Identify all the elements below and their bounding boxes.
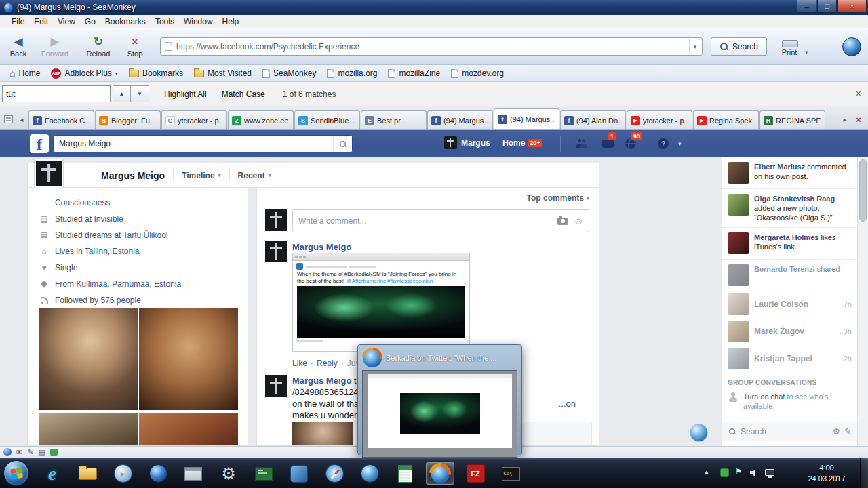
addressbook-icon[interactable]: ▤ xyxy=(38,449,45,456)
taskbar-app-window[interactable] xyxy=(179,462,208,485)
stop-button[interactable]: × Stop xyxy=(117,30,153,64)
tab-blogger[interactable]: BBlogger: Fu... xyxy=(95,110,161,129)
post-author-link[interactable]: Margus Meigo xyxy=(292,242,351,252)
profile-name[interactable]: Margus Meigo xyxy=(101,170,165,181)
taskbar-filezilla[interactable]: FZ xyxy=(461,462,490,485)
taskbar-seamonkey[interactable] xyxy=(144,462,172,485)
navigator-icon[interactable] xyxy=(3,448,12,456)
reply-link[interactable]: Reply xyxy=(317,359,338,368)
profile-chip[interactable]: Margus xyxy=(444,136,490,149)
taskbar-blue-sphere-app[interactable] xyxy=(355,462,384,485)
print-button[interactable]: Print xyxy=(774,30,805,64)
gear-icon[interactable]: ⚙ xyxy=(832,426,840,436)
menu-window[interactable]: Window xyxy=(179,16,218,28)
tab-ytcracker-google[interactable]: Gytcracker - p... xyxy=(161,110,227,129)
find-input[interactable] xyxy=(2,85,111,102)
tab-best-pr[interactable]: EBest pr... xyxy=(361,110,427,129)
mail-icon[interactable]: ✉ xyxy=(16,449,22,456)
contact-row[interactable]: Kristjan Tappel 2h xyxy=(722,345,857,372)
taskbar-terminal-green[interactable] xyxy=(250,462,278,485)
bookmark-mozdev-org[interactable]: mozdev.org xyxy=(446,66,509,80)
facebook-search-input[interactable] xyxy=(54,139,333,148)
taskbar-explorer[interactable] xyxy=(73,462,102,485)
globe-icon[interactable] xyxy=(690,424,708,442)
find-next-button[interactable]: ▼ xyxy=(131,85,149,102)
post2-link[interactable]: ...on xyxy=(559,398,576,409)
chat-search-input[interactable] xyxy=(741,427,828,436)
taskbar-preview-popup[interactable]: Berkadia on Twitter: "When the ... xyxy=(357,344,522,455)
smiley-icon[interactable]: ☺ xyxy=(574,216,583,226)
followers-link[interactable]: 576 people xyxy=(100,296,140,305)
tab-sendinblue[interactable]: SSendinBlue ... xyxy=(294,110,360,129)
bookmark-most-visited[interactable]: Most Visited xyxy=(189,66,257,80)
friend-requests-button[interactable] xyxy=(573,138,589,150)
menu-tools[interactable]: Tools xyxy=(151,16,179,28)
tab-margus-2-active[interactable]: f(94) Margus ... xyxy=(494,108,559,129)
taskbar-firefox-active[interactable] xyxy=(426,462,454,485)
page-scrollbar[interactable] xyxy=(857,157,868,446)
facebook-search-button[interactable] xyxy=(333,136,352,152)
restore-button[interactable]: □ xyxy=(817,0,837,13)
camera-icon[interactable] xyxy=(557,218,568,225)
tab-margus-1[interactable]: f(94) Margus ... xyxy=(427,110,493,129)
timeline-dropdown[interactable]: Timeline▾ xyxy=(182,171,220,180)
profile-avatar[interactable] xyxy=(35,159,63,188)
composer-box[interactable]: ☺ xyxy=(292,209,589,232)
find-previous-button[interactable]: ▲ xyxy=(113,85,131,102)
post2-author-avatar[interactable] xyxy=(265,375,287,396)
bookmark-bookmarks-folder[interactable]: Bookmarks xyxy=(123,66,189,80)
tweet-screenshot-image[interactable]: When the theme of #BerkadiaNSM is "Joini… xyxy=(292,253,470,352)
taskbar-compass-browser[interactable] xyxy=(320,462,349,485)
photo-2[interactable] xyxy=(139,308,238,410)
url-input[interactable] xyxy=(172,42,689,52)
match-case-toggle[interactable]: Match Case xyxy=(222,89,265,99)
search-button[interactable]: Search xyxy=(711,37,767,56)
like-link[interactable]: Like xyxy=(292,359,307,368)
post-author-avatar[interactable] xyxy=(265,241,287,262)
close-button[interactable]: × xyxy=(837,0,867,13)
minimize-button[interactable]: – xyxy=(797,0,816,13)
taskbar-media-player[interactable]: ▸ xyxy=(108,462,137,485)
composer-icon[interactable]: ✎ xyxy=(27,449,33,456)
ticker-story[interactable]: Bernardo Terenzi shared xyxy=(722,260,857,291)
tab-regina-spektor[interactable]: ▶Regina Spek... xyxy=(693,110,759,129)
reload-button[interactable]: ↻ Reload xyxy=(80,30,117,64)
ticker-story[interactable]: Elbert Mariusz commented on his own post… xyxy=(722,157,857,189)
menu-file[interactable]: File xyxy=(7,16,29,28)
city-link[interactable]: Tallinn, Estonia xyxy=(85,247,140,256)
tab-alan-do[interactable]: f(94) Alan Do... xyxy=(560,110,626,129)
volume-icon[interactable] xyxy=(750,469,759,477)
back-button[interactable]: ◀ Back xyxy=(0,30,37,64)
close-tab-button[interactable]: × xyxy=(852,110,865,128)
bookmark-adblock-plus[interactable]: ABP Adblock Plus ▾ xyxy=(45,66,123,80)
university-link[interactable]: Tartu Ülikool xyxy=(123,230,168,240)
photo-1[interactable] xyxy=(39,308,138,410)
consciousness-link[interactable]: Consciousness xyxy=(55,198,110,207)
menu-view[interactable]: View xyxy=(53,16,80,28)
facebook-search[interactable] xyxy=(53,135,353,152)
home-link[interactable]: Home 20+ xyxy=(502,138,542,148)
facebook-logo[interactable]: f xyxy=(30,134,49,153)
hometown-link[interactable]: Kullimaa, Pärnumaa, Estonia xyxy=(76,279,181,289)
scrollbar-thumb[interactable] xyxy=(859,159,867,222)
tab-list-button[interactable] xyxy=(1,110,15,128)
taskbar-command-prompt[interactable]: C:\_ xyxy=(496,462,525,485)
find-close-button[interactable]: × xyxy=(856,88,861,99)
taskbar-settings[interactable]: ⚙ xyxy=(214,462,243,485)
bookmark-mozilla-org[interactable]: mozilla.org xyxy=(321,66,382,80)
turn-on-chat-link[interactable]: Turn on chat xyxy=(743,392,785,401)
attached-photo-thumb[interactable] xyxy=(292,422,353,446)
compose-icon[interactable]: ✎ xyxy=(844,426,852,436)
menu-edit[interactable]: Edit xyxy=(29,16,53,28)
tray-app-icon[interactable] xyxy=(720,468,729,477)
print-dropdown-caret[interactable]: ▾ xyxy=(805,49,808,56)
tray-expand-button[interactable]: ▲ xyxy=(704,469,709,475)
menu-help[interactable]: Help xyxy=(218,16,244,28)
menu-go[interactable]: Go xyxy=(80,16,100,28)
tab-facebook-1[interactable]: fFacebook C... xyxy=(28,110,94,129)
clock[interactable]: 4:00 24.03.2017 xyxy=(799,462,854,484)
tab-scroll-right-button[interactable]: ▸ xyxy=(838,110,852,128)
tab-ytcracker-youtube[interactable]: ▶ytcracker - p... xyxy=(627,110,692,129)
preview-thumbnail[interactable] xyxy=(362,370,517,458)
studied-link[interactable]: Invisible xyxy=(94,214,123,224)
